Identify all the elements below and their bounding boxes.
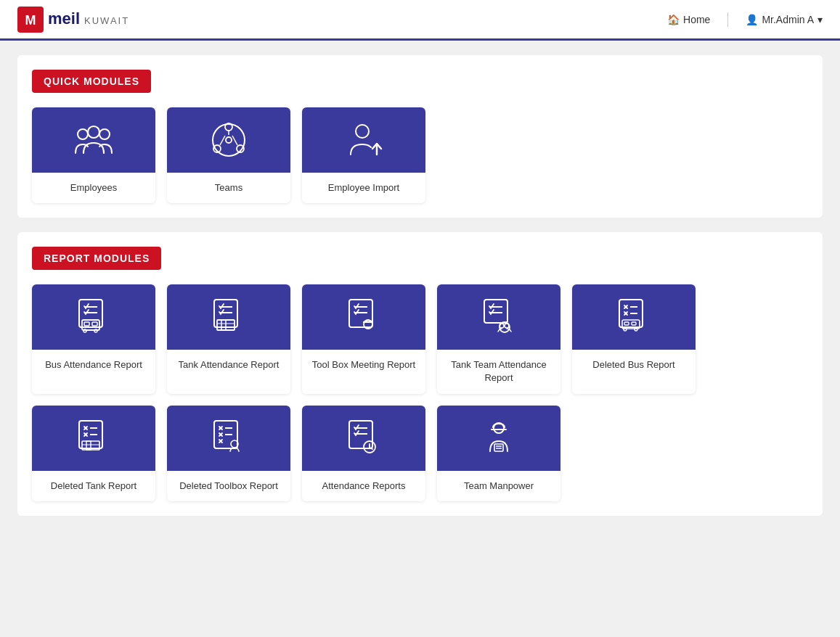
module-label-team-manpower: Team Manpower	[458, 471, 539, 501]
svg-point-22	[94, 329, 97, 332]
module-icon-toolbox-meeting	[302, 284, 425, 350]
report-modules-badge: REPORT MODULES	[32, 247, 161, 270]
module-label-deleted-bus-report: Deleted Bus Report	[587, 350, 680, 380]
module-card-attendance-reports[interactable]: Attendance Reports	[302, 406, 425, 501]
deleted-toolbox-icon	[207, 416, 250, 460]
svg-rect-50	[632, 322, 636, 325]
module-icon-deleted-toolbox	[167, 406, 290, 471]
module-icon-deleted-bus	[572, 284, 696, 350]
svg-point-4	[88, 126, 99, 138]
employees-icon	[72, 118, 115, 162]
home-link[interactable]: 🏠 Home	[667, 14, 710, 25]
module-label-bus-attendance-report: Bus Attendance Report	[39, 350, 148, 380]
module-label-employees: Employees	[65, 173, 123, 203]
module-icon-team-manpower	[437, 406, 560, 471]
user-icon: 👤	[746, 14, 758, 25]
module-icon-attendance-reports	[302, 406, 425, 471]
svg-point-5	[213, 124, 245, 156]
brand-logo-svg: M	[20, 9, 41, 30]
home-icon: 🏠	[667, 14, 680, 25]
quick-modules-header: QUICK MODULES	[32, 70, 808, 93]
brand: M meil KUWAIT	[17, 7, 129, 33]
module-label-teams: Teams	[209, 173, 248, 203]
module-card-deleted-tank-report[interactable]: Deleted Tank Report	[32, 406, 155, 501]
svg-point-13	[356, 125, 369, 138]
module-icon-tank-team-attendance	[437, 284, 560, 350]
module-card-teams[interactable]: Teams	[167, 107, 290, 203]
module-icon-deleted-tank	[32, 406, 155, 471]
employee-import-icon	[342, 118, 386, 162]
quick-modules-grid: Employees	[32, 107, 808, 203]
toolbox-meeting-icon	[342, 295, 386, 339]
svg-point-3	[99, 129, 110, 139]
svg-line-11	[232, 136, 237, 145]
quick-modules-section: QUICK MODULES	[17, 55, 823, 218]
module-card-employee-import[interactable]: Employee Import	[302, 107, 425, 203]
module-icon-employees	[32, 107, 155, 173]
module-card-bus-attendance-report[interactable]: Bus Attendance Report	[32, 284, 155, 393]
svg-text:M: M	[25, 13, 36, 28]
quick-modules-badge: QUICK MODULES	[32, 70, 151, 93]
bus-attendance-icon	[72, 295, 115, 339]
brand-logo: M	[17, 7, 44, 33]
team-manpower-icon	[477, 416, 521, 460]
report-modules-section: REPORT MODULES	[17, 232, 823, 516]
navbar: M meil KUWAIT 🏠 Home 👤 Mr.Admin A ▾	[0, 0, 840, 41]
svg-rect-30	[349, 300, 372, 327]
svg-rect-35	[484, 300, 507, 323]
svg-rect-81	[494, 444, 503, 451]
svg-point-52	[635, 328, 637, 331]
module-icon-bus-attendance	[32, 284, 155, 350]
navbar-right: 🏠 Home 👤 Mr.Admin A ▾	[667, 12, 823, 27]
svg-point-2	[78, 129, 88, 139]
module-label-tank-attendance-report: Tank Attendance Report	[173, 350, 285, 380]
module-icon-employee-import	[302, 107, 425, 173]
module-card-team-manpower[interactable]: Team Manpower	[437, 406, 560, 501]
module-icon-teams	[167, 107, 290, 173]
module-label-employee-import: Employee Import	[322, 173, 405, 203]
svg-rect-20	[92, 322, 97, 326]
svg-point-51	[624, 328, 627, 331]
module-label-attendance-reports: Attendance Reports	[317, 471, 412, 501]
svg-point-40	[505, 324, 509, 328]
module-card-deleted-toolbox-report[interactable]: Deleted Toolbox Report	[167, 406, 290, 501]
report-modules-header: REPORT MODULES	[32, 247, 808, 270]
user-menu[interactable]: 👤 Mr.Admin A ▾	[746, 14, 823, 25]
module-label-tank-team-attendance-report: Tank Team Attendance Report	[437, 350, 560, 393]
module-label-deleted-tank-report: Deleted Tank Report	[45, 471, 142, 501]
deleted-bus-icon	[612, 295, 656, 339]
tank-team-attendance-icon	[477, 295, 521, 339]
nav-divider	[727, 12, 728, 27]
module-card-tank-team-attendance-report[interactable]: Tank Team Attendance Report	[437, 284, 560, 393]
brand-sub: KUWAIT	[84, 16, 129, 26]
module-icon-tank-attendance	[167, 284, 290, 350]
svg-line-10	[220, 136, 225, 145]
dropdown-icon: ▾	[817, 14, 823, 25]
svg-rect-27	[221, 320, 226, 330]
tank-attendance-icon	[207, 295, 250, 339]
svg-point-12	[226, 137, 232, 143]
svg-point-21	[83, 329, 86, 332]
attendance-reports-icon	[342, 416, 386, 460]
brand-name: meil	[48, 10, 80, 28]
svg-rect-49	[624, 322, 629, 325]
svg-rect-19	[84, 322, 89, 326]
brand-text-group: meil KUWAIT	[48, 10, 129, 28]
teams-icon	[207, 118, 250, 162]
module-card-toolbox-meeting-report[interactable]: Tool Box Meeting Report	[302, 284, 425, 393]
deleted-tank-icon	[72, 416, 115, 460]
module-card-deleted-bus-report[interactable]: Deleted Bus Report	[572, 284, 696, 393]
module-card-employees[interactable]: Employees	[32, 107, 155, 203]
report-modules-grid: Bus Attendance Report	[32, 284, 808, 501]
module-label-deleted-toolbox-report: Deleted Toolbox Report	[174, 471, 284, 501]
module-label-toolbox-meeting-report: Tool Box Meeting Report	[306, 350, 421, 380]
main-content: QUICK MODULES	[0, 41, 840, 545]
module-card-tank-attendance-report[interactable]: Tank Attendance Report	[167, 284, 290, 393]
